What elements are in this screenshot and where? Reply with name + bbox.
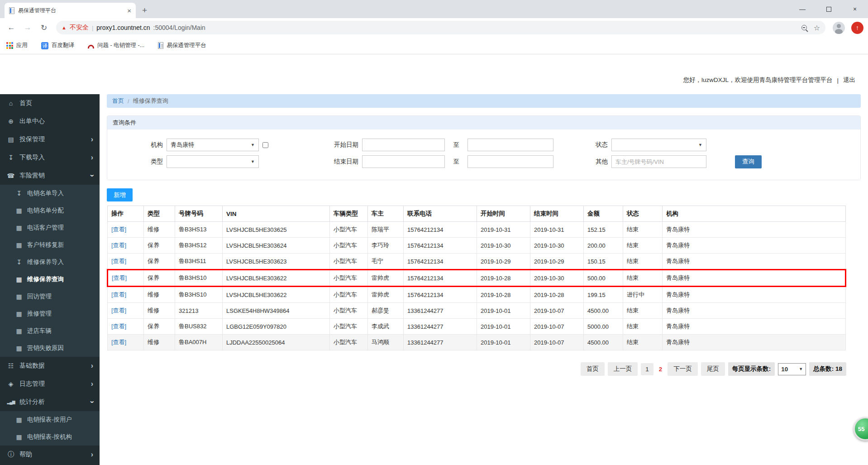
- sidebar-item-维修保养查询[interactable]: ▦维修保养查询: [0, 271, 100, 288]
- view-link[interactable]: [查看]: [111, 339, 126, 345]
- breadcrumb-separator: /: [128, 98, 129, 105]
- view-link[interactable]: [查看]: [111, 307, 126, 314]
- tab-close-icon[interactable]: ×: [127, 7, 131, 14]
- search-button[interactable]: 查询: [735, 155, 762, 168]
- close-icon[interactable]: ×: [842, 0, 868, 18]
- logout-link[interactable]: 退出: [843, 76, 855, 84]
- cell-vehicle_type: 小型汽车: [330, 254, 368, 270]
- bookmark-item[interactable]: 应用: [6, 42, 28, 49]
- url-separator: |: [92, 24, 93, 31]
- url-bar[interactable]: ▲ 不安全 | proxy1.countnet.cn :50004/Login/…: [56, 21, 825, 34]
- sidebar-item-车险营销[interactable]: ☎车险营销›: [0, 167, 100, 185]
- maximize-box: [826, 7, 831, 12]
- reload-icon[interactable]: ↻: [37, 21, 51, 34]
- security-warning-label[interactable]: 不安全: [70, 24, 89, 32]
- pagination-prev-button[interactable]: 上一页: [608, 362, 638, 376]
- sidebar-item-下载导入[interactable]: ↧下载导入›: [0, 149, 100, 167]
- bookmark-label: 百度翻译: [52, 42, 74, 49]
- cell-status: 结束: [623, 335, 663, 350]
- pagination-first-button[interactable]: 首页: [581, 362, 605, 376]
- pagination-next-button[interactable]: 下一页: [668, 362, 698, 376]
- cell-org: 青岛康特: [663, 335, 846, 350]
- cell-type: 保养: [144, 238, 175, 254]
- sidebar-item-电销名单分配[interactable]: ▦电销名单分配: [0, 202, 100, 219]
- back-icon[interactable]: ←: [5, 21, 18, 34]
- table-row: [查看]维修321213LSGKE54H8HW349864小型汽车郝彦旻1336…: [108, 303, 846, 319]
- cell-action: [查看]: [108, 287, 144, 303]
- breadcrumb-home-link[interactable]: 首页: [112, 97, 124, 105]
- org-include-checkbox[interactable]: [262, 142, 268, 148]
- grid-icon: ▦: [14, 433, 24, 441]
- status-select[interactable]: ▼: [611, 139, 706, 151]
- other-input[interactable]: [611, 155, 706, 168]
- sidebar-item-进店车辆[interactable]: ▦进店车辆: [0, 322, 100, 340]
- view-link[interactable]: [查看]: [111, 226, 126, 233]
- results-table: 操作类型号牌号码VIN车辆类型车主联系电话开始时间结束时间金额状态机构 [查看]…: [107, 206, 846, 350]
- column-header-结束时间: 结束时间: [530, 206, 584, 222]
- sidebar-item-基础数据[interactable]: ☷基础数据›: [0, 357, 100, 375]
- grid-icon: ▦: [14, 224, 24, 231]
- bookmark-item[interactable]: 问题 - 电销管理 -...: [88, 42, 144, 49]
- sidebar-item-推修管理[interactable]: ▦推修管理: [0, 305, 100, 322]
- cell-type: 维修: [144, 303, 175, 319]
- sidebar-item-电销报表-按用户[interactable]: ▦电销报表-按用户: [0, 411, 100, 428]
- type-select[interactable]: ▼: [167, 155, 259, 168]
- new-tab-button[interactable]: +: [142, 5, 147, 15]
- cell-phone: 15764212134: [404, 287, 477, 303]
- cell-type: 维修: [144, 287, 175, 303]
- view-link[interactable]: [查看]: [112, 274, 127, 281]
- sidebar-item-统计分析[interactable]: ▂▄▆统计分析›: [0, 393, 100, 411]
- browser-update-icon[interactable]: ↑: [851, 22, 863, 34]
- site-icon: [158, 42, 163, 49]
- sidebar-item-日志管理[interactable]: ◈日志管理›: [0, 375, 100, 393]
- per-page-select[interactable]: 10 ▼: [778, 363, 806, 375]
- bookmark-star-icon[interactable]: ☆: [814, 24, 820, 32]
- sidebar-item-电话客户管理[interactable]: ▦电话客户管理: [0, 219, 100, 236]
- cell-owner: 李巧玲: [368, 238, 404, 254]
- sidebar-item-投保管理[interactable]: ▤投保管理›: [0, 130, 100, 149]
- zoom-icon[interactable]: [801, 25, 807, 30]
- profile-avatar[interactable]: [833, 22, 845, 34]
- start-date-to-input[interactable]: [467, 139, 553, 151]
- cell-plate: 鲁BUS832: [175, 319, 223, 335]
- site-favicon-icon: [9, 7, 14, 14]
- column-header-状态: 状态: [623, 206, 663, 222]
- view-link[interactable]: [查看]: [111, 258, 126, 264]
- view-link[interactable]: [查看]: [111, 323, 126, 330]
- browser-tab[interactable]: 易保通管理平台 ×: [5, 3, 136, 18]
- grid-icon: ▦: [14, 327, 24, 335]
- org-select[interactable]: 青岛康特 ▼: [167, 139, 259, 151]
- pagination-page-1-button[interactable]: 1: [641, 363, 653, 375]
- end-date-from-input[interactable]: [362, 155, 445, 168]
- end-date-to-input[interactable]: [467, 155, 553, 168]
- bookmark-item[interactable]: 译百度翻译: [41, 42, 74, 49]
- cell-vin: LVSHJCBL5HE303622: [223, 287, 330, 303]
- sidebar-item-首页[interactable]: ⌂首页: [0, 94, 100, 112]
- sidebar-item-出单中心[interactable]: ⊕出单中心: [0, 112, 100, 130]
- view-link[interactable]: [查看]: [111, 291, 126, 298]
- cell-status: 结束: [623, 222, 663, 238]
- sidebar-item-维修保养导入[interactable]: ↧维修保养导入: [0, 254, 100, 271]
- view-link[interactable]: [查看]: [111, 242, 126, 249]
- sidebar-submenu: ↧电销名单导入▦电销名单分配▦电话客户管理▦客户转移复新↧维修保养导入▦维修保养…: [0, 185, 100, 357]
- chevron-right-icon: ›: [91, 153, 93, 162]
- table-row: [查看]保养鲁B3HS12LVSHJCBL5HE303624小型汽车李巧玲157…: [108, 238, 846, 254]
- sidebar-item-label: 下载导入: [19, 153, 45, 162]
- sidebar-item-电销名单导入[interactable]: ↧电销名单导入: [0, 185, 100, 202]
- sidebar-item-客户转移复新[interactable]: ▦客户转移复新: [0, 236, 100, 254]
- sidebar-item-回访管理[interactable]: ▦回访管理: [0, 288, 100, 305]
- bookmark-item[interactable]: 易保通管理平台: [158, 42, 206, 49]
- sidebar-item-营销失败原因[interactable]: ▦营销失败原因: [0, 340, 100, 357]
- sidebar-item-label: 进店车辆: [27, 327, 52, 335]
- add-button[interactable]: 新增: [107, 188, 133, 201]
- per-page-value: 10: [781, 366, 788, 373]
- cell-status: 结束: [623, 319, 663, 335]
- start-to-label: 至: [448, 141, 464, 149]
- start-date-from-input[interactable]: [362, 139, 445, 151]
- maximize-icon[interactable]: [816, 0, 842, 18]
- minimize-icon[interactable]: —: [789, 0, 816, 18]
- pagination-last-button[interactable]: 尾页: [701, 362, 725, 376]
- sidebar-item-电销报表-按机构[interactable]: ▦电销报表-按机构: [0, 428, 100, 446]
- sidebar-item-帮助[interactable]: ⓘ帮助›: [0, 446, 100, 464]
- pagination-bar: 首页 上一页 1 2 下一页 尾页 每页显示条数: 10 ▼ 总条数: 18: [107, 362, 846, 376]
